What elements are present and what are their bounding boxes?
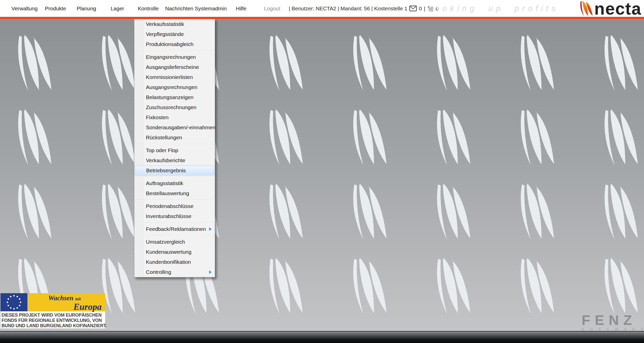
menu-item-produktionsabgleich[interactable]: Produktionsabgleich (134, 39, 215, 49)
menu-separator (135, 200, 214, 200)
kontrolle-dropdown-menu: VerkaufsstatistikVerpflegsständeProdukti… (134, 19, 215, 277)
eu-text-line: DIESES PROJEKT WIRD VOM EUROPÄISCHEN (2, 313, 104, 318)
menu-item-kundenauswertung[interactable]: Kundenauswertung (134, 247, 215, 257)
menu-separator (135, 223, 214, 223)
fenz-title: FENZ (582, 314, 644, 326)
mail-count: 0 (419, 6, 422, 12)
eu-funding-banner: Wachsen mit Europa DIESES PROJEKT WIRD V… (1, 293, 105, 328)
eu-title-wachsen: Wachsen (48, 294, 73, 302)
menu-item-auftragsstatistik[interactable]: Auftragsstatistik (134, 178, 215, 188)
eu-flag-icon (1, 293, 27, 311)
menu-item-zuschussrechnungen[interactable]: Zuschussrechnungen (134, 102, 215, 112)
menu-separator (135, 177, 214, 177)
accent-divider (0, 17, 644, 19)
nav-item-nachrichten[interactable]: Nachrichten (164, 6, 195, 12)
nav-item-systemadmin[interactable]: Systemadmin (195, 6, 226, 12)
nav-item-hilfe[interactable]: Hilfe (226, 6, 257, 12)
leaf-pattern (0, 19, 644, 331)
brand-logo: necta (579, 1, 641, 17)
menu-item-inventurabschl-sse[interactable]: Inventurabschlüsse (134, 211, 215, 221)
necta-leaf-icon (579, 1, 593, 16)
nav-item-lager[interactable]: Lager (102, 6, 133, 12)
menu-item-controlling[interactable]: Controlling (134, 267, 215, 277)
menu-item-betriebsergebnis[interactable]: Betriebsergebnis (135, 165, 214, 176)
main-nav: VerwaltungProduktePlanungLagerKontrolleN… (9, 0, 288, 17)
menu-item-umsatzvergleich[interactable]: Umsatzvergleich (134, 237, 215, 247)
eu-banner-header: Wachsen mit Europa (1, 293, 105, 311)
eu-text-line: BUND UND LAND BURGENLAND KOFINANZIERT. (2, 323, 104, 328)
menu-item-verpflegsst-nde[interactable]: Verpflegsstände (134, 29, 215, 39)
eu-title-mit: mit (75, 296, 81, 301)
eu-banner-text: DIESES PROJEKT WIRD VOM EUROPÄISCHEN FON… (1, 311, 105, 328)
menu-separator (135, 144, 214, 144)
menu-item-belastungsanzeigen[interactable]: Belastungsanzeigen (134, 92, 215, 102)
menu-item-eingangsrechnungen[interactable]: Eingangsrechnungen (134, 52, 215, 62)
nav-item-planung[interactable]: Planung (71, 6, 102, 12)
menu-item-top-oder-flop[interactable]: Top oder Flop (134, 145, 215, 155)
menu-item-kundenbonifikation[interactable]: Kundenbonifikation (134, 257, 215, 267)
brand-name: necta (594, 1, 641, 16)
menu-item-bestellauswertung[interactable]: Bestellauswertung (134, 188, 215, 198)
menu-item-verkaufsberichte[interactable]: Verkaufsberichte (134, 155, 215, 165)
eu-text-line: FONDS FÜR REGIONALE ENTWICKLUNG, VON (2, 318, 104, 323)
menu-item-periodenabschl-sse[interactable]: Periodenabschlüsse (134, 201, 215, 211)
eu-banner-title: Wachsen mit Europa (27, 293, 105, 311)
nav-item-logout[interactable]: Logout (257, 6, 288, 12)
submenu-arrow-icon (209, 270, 212, 274)
submenu-arrow-icon (209, 227, 212, 231)
menu-separator (135, 51, 214, 51)
eu-title-europa: Europa (27, 303, 102, 311)
menu-item-sonderausgaben-einnahmen[interactable]: Sonderausgaben/-einnahmen (134, 122, 215, 133)
nav-item-kontrolle[interactable]: Kontrolle (133, 6, 164, 12)
desktop-background (0, 19, 644, 331)
menu-item-ausgangslieferscheine[interactable]: Ausgangslieferscheine (134, 62, 215, 72)
menu-item-r-ckstellungen[interactable]: Rückstellungen (134, 133, 215, 143)
menu-item-feedback-reklamationen[interactable]: Feedback/Reklamationen (134, 224, 215, 234)
bottom-bar (0, 331, 644, 343)
menu-item-kommissionierlisten[interactable]: Kommissionierlisten (134, 72, 215, 82)
menu-separator (135, 235, 214, 236)
menu-item-ausgangsrechnungen[interactable]: Ausgangsrechnungen (134, 82, 215, 92)
fenz-watermark: FENZ SOFTWARE (582, 314, 644, 331)
session-info: | Benutzer: NECTA2 | Mandant: 56 | Koste… (289, 0, 439, 17)
divider: | (424, 6, 425, 12)
menu-item-fixkosten[interactable]: Fixkosten (134, 112, 215, 122)
user-info-text: | Benutzer: NECTA2 | Mandant: 56 | Koste… (289, 6, 407, 12)
menu-item-verkaufsstatistik[interactable]: Verkaufsstatistik (134, 19, 215, 29)
nav-item-produkte[interactable]: Produkte (40, 6, 71, 12)
top-menubar: VerwaltungProduktePlanungLagerKontrolleN… (0, 0, 644, 17)
nav-item-verwaltung[interactable]: Verwaltung (9, 6, 40, 12)
mail-icon[interactable] (409, 6, 417, 11)
brand-tagline: cooking up profits (428, 0, 559, 17)
fenz-subtitle: SOFTWARE (582, 327, 644, 331)
app-window: VerwaltungProduktePlanungLagerKontrolleN… (0, 0, 644, 343)
